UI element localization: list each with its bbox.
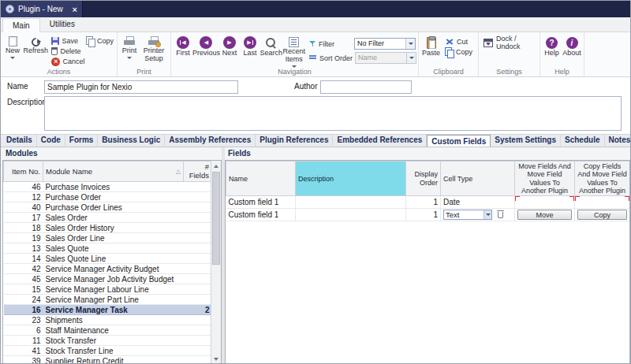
fields-col-cell-type[interactable]: Cell Type — [441, 162, 515, 196]
module-field-count-cell[interactable]: 2 — [184, 305, 212, 315]
module-row[interactable]: 45Service Manager Job Activity Budget — [4, 274, 212, 284]
tab-notes[interactable]: Notes — [605, 134, 631, 147]
module-field-count-cell[interactable] — [184, 325, 212, 336]
field-move-cell[interactable] — [515, 196, 575, 209]
module-field-count-cell[interactable] — [184, 213, 212, 223]
module-name-cell[interactable]: Purchase Order Lines — [43, 202, 184, 213]
module-item-no-cell[interactable]: 45 — [4, 274, 43, 284]
module-name-cell[interactable]: Service Manager Activity Budget — [43, 264, 184, 274]
tab-assembly-references[interactable]: Assembly References — [165, 134, 256, 147]
module-row[interactable]: 6Staff Maintenance — [4, 325, 212, 336]
help-button[interactable]: Help — [542, 34, 562, 67]
field-display-order-cell[interactable]: 1 — [406, 196, 441, 209]
previous-button[interactable]: Previous — [193, 34, 219, 67]
modules-col-fields[interactable]: # Fields — [184, 162, 212, 182]
module-row[interactable]: 17Sales Order — [4, 213, 212, 223]
module-name-cell[interactable]: Sales Order History — [43, 223, 184, 233]
close-tab-button[interactable]: × — [73, 5, 77, 14]
module-field-count-cell[interactable] — [184, 346, 212, 356]
module-item-no-cell[interactable]: 13 — [4, 243, 43, 254]
field-row[interactable]: Custom field 1 1 Text — [226, 209, 630, 221]
first-button[interactable]: First — [173, 34, 193, 67]
module-name-cell[interactable]: Supplier Return Credit — [43, 356, 184, 364]
module-item-no-cell[interactable]: 40 — [4, 202, 43, 213]
module-row[interactable]: 19Sales Order Line — [4, 233, 212, 243]
module-field-count-cell[interactable] — [184, 192, 212, 202]
fields-col-display-order[interactable]: Display Order — [406, 162, 441, 196]
cancel-button[interactable]: Cancel — [50, 57, 115, 66]
module-name-cell[interactable]: Sales Order Line — [43, 233, 184, 243]
module-item-no-cell[interactable]: 19 — [4, 233, 43, 243]
fields-col-copy[interactable]: Copy Fields And Move Field Values To Ano… — [575, 162, 630, 196]
module-row[interactable]: 14Sales Quote Line — [4, 254, 212, 264]
field-name-cell[interactable]: Custom field 1 — [226, 196, 296, 209]
module-row[interactable]: 15Service Manager Labour Line — [4, 284, 212, 295]
module-name-cell[interactable]: Stock Transfer — [43, 336, 184, 346]
module-item-no-cell[interactable]: 6 — [4, 325, 43, 336]
tab-system-settings[interactable]: System Settings — [491, 134, 561, 147]
field-description-cell[interactable] — [296, 196, 406, 209]
module-name-cell[interactable]: Staff Maintenance — [43, 325, 184, 336]
module-field-count-cell[interactable] — [184, 336, 212, 346]
module-row[interactable]: 16Service Manager Task2 — [4, 305, 212, 315]
search-button[interactable]: Search — [260, 34, 282, 67]
name-input[interactable] — [44, 80, 238, 94]
clipboard-copy-button[interactable]: Copy — [443, 47, 474, 57]
printer-setup-button[interactable]: Printer Setup — [140, 34, 168, 67]
tab-forms[interactable]: Forms — [65, 134, 99, 147]
module-item-no-cell[interactable]: 15 — [4, 284, 43, 295]
module-name-cell[interactable]: Service Manager Task — [43, 305, 184, 315]
module-field-count-cell[interactable] — [184, 233, 212, 243]
scroll-up-icon[interactable] — [211, 161, 222, 171]
refresh-button[interactable]: Refresh — [23, 34, 48, 67]
field-cell-type-cell[interactable]: Date — [441, 196, 515, 209]
field-row[interactable]: Custom field 1 1 Date — [226, 196, 630, 209]
module-name-cell[interactable]: Sales Quote — [43, 243, 184, 254]
document-tab-plugin-new[interactable]: Plugin - New × — [1, 1, 83, 17]
scrollbar-thumb[interactable] — [212, 172, 220, 265]
module-row[interactable]: 24Service Manager Part Line — [4, 295, 212, 305]
tab-business-logic[interactable]: Business Logic — [98, 134, 165, 147]
module-name-cell[interactable]: Service Manager Job Activity Budget — [43, 274, 184, 284]
cell-type-combo[interactable]: Text — [443, 210, 492, 220]
save-button[interactable]: Save — [50, 36, 80, 46]
sort-order-select[interactable]: Name — [355, 52, 416, 64]
module-row[interactable]: 11Stock Transfer — [4, 336, 212, 346]
module-row[interactable]: 12Purchase Order — [4, 192, 212, 202]
module-item-no-cell[interactable]: 16 — [4, 305, 43, 315]
module-item-no-cell[interactable]: 14 — [4, 254, 43, 264]
module-row[interactable]: 40Purchase Order Lines — [4, 202, 212, 213]
filter-select[interactable]: No Filter — [354, 38, 416, 50]
modules-col-item-no[interactable]: Item No. — [4, 162, 43, 182]
print-button[interactable]: Print — [119, 34, 140, 67]
module-item-no-cell[interactable]: 23 — [4, 315, 43, 325]
modules-scrollbar[interactable] — [211, 161, 221, 364]
module-field-count-cell[interactable] — [184, 284, 212, 295]
recent-items-button[interactable]: Recent Items — [282, 34, 306, 67]
module-row[interactable]: 23Shipments — [4, 315, 212, 325]
new-button[interactable]: New — [2, 34, 23, 67]
tab-custom-fields[interactable]: Custom Fields — [427, 135, 491, 147]
module-item-no-cell[interactable]: 24 — [4, 295, 43, 305]
module-field-count-cell[interactable] — [184, 356, 212, 364]
chevron-down-icon[interactable] — [405, 39, 415, 49]
module-field-count-cell[interactable] — [184, 202, 212, 213]
fields-col-name[interactable]: Name — [226, 162, 296, 196]
module-name-cell[interactable]: Service Manager Part Line — [43, 295, 184, 305]
fields-col-move[interactable]: Move Fields And Move Field Values To Ano… — [515, 162, 575, 196]
module-name-cell[interactable]: Service Manager Labour Line — [43, 284, 184, 295]
module-item-no-cell[interactable]: 41 — [4, 346, 43, 356]
module-field-count-cell[interactable] — [184, 315, 212, 325]
ribbon-tab-main[interactable]: Main — [2, 18, 40, 32]
module-row[interactable]: 41Stock Transfer Line — [4, 346, 212, 356]
module-item-no-cell[interactable]: 12 — [4, 192, 43, 202]
delete-field-icon[interactable] — [498, 212, 503, 218]
modules-col-module-name[interactable]: Module Name — [43, 162, 184, 182]
module-name-cell[interactable]: Purchase Order — [43, 192, 184, 202]
module-row[interactable]: 13Sales Quote — [4, 243, 212, 254]
chevron-down-icon[interactable] — [484, 210, 491, 219]
module-row[interactable]: 42Service Manager Activity Budget — [4, 264, 212, 274]
cut-button[interactable]: Cut — [443, 37, 474, 46]
next-button[interactable]: Next — [219, 34, 240, 67]
module-row[interactable]: 39Supplier Return Credit — [4, 356, 212, 364]
